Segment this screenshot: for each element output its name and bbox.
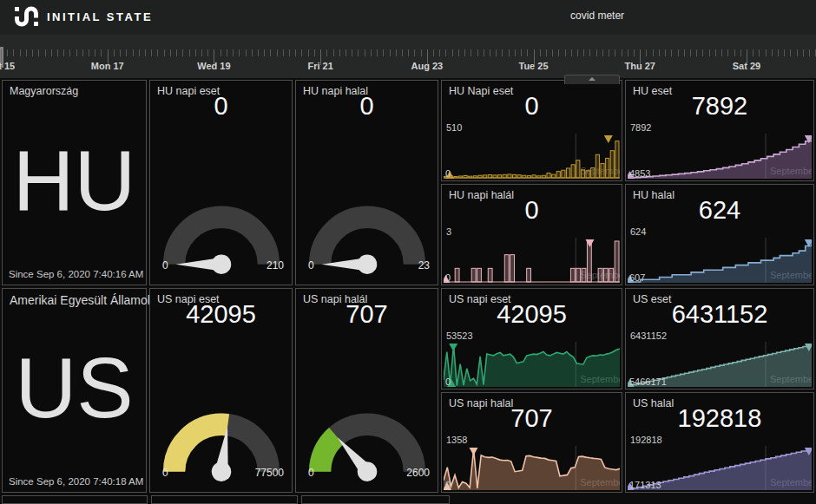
minor-tick — [414, 49, 415, 56]
timeline-date-label: Thu 27 — [625, 61, 655, 71]
partial-tile — [301, 495, 450, 504]
gauge-max-label: 23 — [418, 259, 430, 272]
timeline-date-label: Sat 15 — [0, 61, 15, 71]
minor-tick — [176, 49, 177, 56]
chart-plot: September — [444, 238, 620, 283]
y-axis-max-label: 624 — [630, 226, 646, 237]
minor-tick — [734, 49, 735, 56]
minor-tick — [445, 49, 446, 56]
minor-tick — [421, 49, 422, 56]
gauge-max-label: 210 — [267, 259, 284, 272]
minor-tick — [396, 49, 397, 56]
tile-us-total-deaths-chart[interactable]: US halal 192818 192818 September 171313 — [625, 392, 814, 493]
minor-tick — [220, 49, 221, 56]
y-axis-max-label: 7892 — [630, 122, 651, 133]
timeline-date-label: Mon 17 — [91, 61, 124, 71]
minor-tick — [57, 49, 58, 56]
minor-tick — [326, 49, 327, 56]
minor-tick — [120, 49, 121, 56]
minor-tick — [521, 49, 522, 56]
minor-tick — [101, 49, 102, 56]
minor-tick — [602, 49, 603, 56]
minor-tick — [145, 49, 146, 56]
minor-tick — [696, 49, 697, 56]
minor-tick — [759, 49, 760, 56]
minor-tick — [371, 49, 372, 56]
minor-tick — [365, 49, 365, 56]
minor-tick — [239, 49, 240, 56]
gauge-min-label: 0 — [308, 467, 314, 479]
minor-tick — [589, 49, 590, 56]
minor-tick — [784, 49, 785, 56]
brand-name: INITIAL STATE — [47, 10, 153, 23]
minor-tick — [740, 49, 741, 56]
minor-tick — [26, 49, 27, 56]
minor-tick — [289, 49, 290, 56]
minor-tick — [13, 49, 14, 56]
tile-us-daily-cases-gauge[interactable]: US napi eset 42095 0 77500 — [149, 288, 293, 493]
minor-tick — [665, 49, 666, 56]
minor-tick — [583, 49, 584, 56]
minor-tick — [715, 49, 716, 56]
partial-tile — [151, 495, 298, 504]
minor-tick — [540, 49, 541, 56]
y-axis-max-label: 3 — [446, 226, 451, 237]
minor-tick — [458, 49, 459, 56]
minor-tick — [38, 49, 39, 56]
minor-tick — [609, 49, 609, 56]
minor-tick — [195, 49, 196, 56]
minor-tick — [778, 49, 779, 56]
minor-tick — [797, 49, 798, 56]
minor-tick — [207, 49, 208, 56]
gauge-min-label: 0 — [308, 259, 314, 272]
tile-us-daily-cases-chart[interactable]: US napi eset 42095 53523 September 0 — [441, 288, 622, 389]
tile-us-total-cases-chart[interactable]: US eset 6431152 6431152 September 546617… — [625, 288, 814, 389]
app-header: INITIAL STATE covid meter — [0, 0, 816, 35]
tile-us-daily-deaths-gauge[interactable]: US napi halál 707 0 2600 — [295, 288, 438, 493]
minor-tick — [345, 49, 346, 56]
tile-hu-daily-deaths-gauge[interactable]: HU napi halal 0 0 23 — [295, 80, 438, 285]
gauge-min-label: 0 — [162, 259, 168, 272]
minor-tick — [502, 49, 503, 56]
minor-tick — [377, 49, 378, 56]
tile-hu-total-deaths-chart[interactable]: HU halal 624 624 September 607 — [625, 184, 814, 285]
chart-value: 6431152 — [626, 300, 813, 329]
minor-tick — [383, 49, 384, 56]
initial-state-logo-icon[interactable] — [14, 6, 40, 29]
minor-tick — [439, 49, 440, 56]
tile-us-summary[interactable]: Amerikai Egyesült Államok US Since Sep 6… — [2, 288, 147, 493]
timeline-drawer-handle[interactable] — [564, 75, 620, 84]
tile-hu-daily-deaths-chart[interactable]: HU napi halál 0 3 September 0 — [441, 184, 622, 285]
minor-tick — [95, 49, 95, 56]
gauge-value: 0 — [150, 92, 292, 121]
timeline-ruler[interactable]: Sat 15Mon 17Wed 19Fri 21Aug 23Tue 25Thu … — [0, 35, 816, 78]
minor-tick — [157, 49, 158, 56]
gauge-value: 707 — [296, 300, 438, 329]
minor-tick — [790, 49, 791, 56]
minor-tick — [402, 49, 403, 56]
minor-tick — [189, 49, 190, 56]
timeline-date-label: Fri 21 — [307, 61, 332, 71]
tile-hu-summary[interactable]: Magyarország HU Since Sep 6, 2020 7:40:1… — [2, 80, 147, 285]
tile-hu-total-cases-chart[interactable]: HU eset 7892 7892 September 4853 — [625, 80, 814, 181]
minor-tick — [490, 49, 490, 56]
minor-tick — [182, 49, 183, 56]
y-axis-max-label: 1358 — [446, 435, 467, 445]
minor-tick — [527, 49, 528, 56]
country-code: US — [15, 339, 133, 437]
tile-hu-daily-cases-gauge[interactable]: HU napi eset 0 0 210 — [149, 80, 293, 285]
minor-tick — [314, 49, 315, 56]
timeline-date-label: Aug 23 — [411, 61, 443, 71]
minor-tick — [671, 49, 672, 56]
gauge-value: 0 — [296, 92, 438, 121]
minor-tick — [577, 49, 578, 56]
minor-tick — [546, 49, 547, 56]
since-timestamp: Since Sep 6, 2020 7:40:16 AM — [9, 269, 143, 279]
minor-tick — [170, 49, 171, 56]
minor-tick — [233, 49, 234, 56]
tile-us-daily-deaths-chart[interactable]: US napi halal 707 1358 September 0 — [441, 392, 622, 493]
minor-tick — [552, 49, 553, 56]
tile-hu-daily-cases-chart[interactable]: HU Napi eset 0 510 September 0 — [441, 80, 622, 181]
minor-tick — [653, 49, 654, 56]
y-axis-max-label: 192818 — [630, 435, 662, 445]
